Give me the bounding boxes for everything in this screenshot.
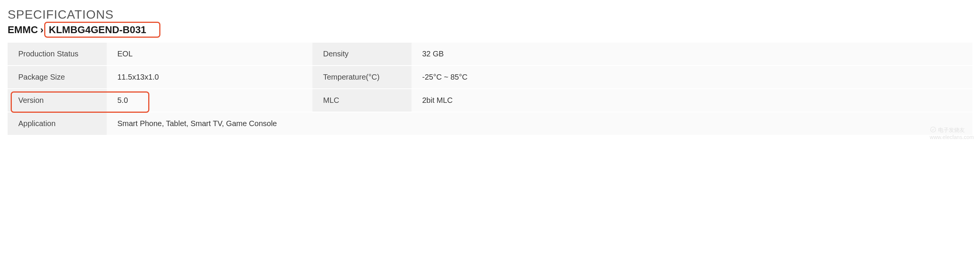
watermark-text: 电子发烧友 bbox=[938, 127, 965, 134]
spec-label-density: Density bbox=[312, 43, 412, 66]
table-row: Production Status EOL Density 32 GB bbox=[8, 43, 972, 66]
spec-value-application: Smart Phone, Tablet, Smart TV, Game Cons… bbox=[107, 112, 972, 135]
watermark-icon bbox=[930, 126, 937, 134]
table-row: Version 5.0 MLC 2bit MLC bbox=[8, 89, 972, 112]
spec-label-mlc: MLC bbox=[312, 89, 412, 112]
spec-value-package-size: 11.5x13x1.0 bbox=[107, 66, 312, 89]
breadcrumb-current: KLMBG4GEND-B031 bbox=[46, 23, 149, 37]
spec-value-version: 5.0 bbox=[107, 89, 312, 112]
specifications-table: Production Status EOL Density 32 GB Pack… bbox=[8, 43, 972, 136]
spec-label-version: Version bbox=[8, 89, 107, 112]
spec-value-mlc: 2bit MLC bbox=[412, 89, 972, 112]
table-row: Package Size 11.5x13x1.0 Temperature(°C)… bbox=[8, 66, 972, 89]
table-row: Application Smart Phone, Tablet, Smart T… bbox=[8, 112, 972, 135]
breadcrumb-parent[interactable]: EMMC bbox=[8, 24, 38, 36]
breadcrumb: EMMC › KLMBG4GEND-B031 bbox=[8, 23, 972, 37]
spec-value-density: 32 GB bbox=[412, 43, 972, 66]
spec-value-temperature: -25°C ~ 85°C bbox=[412, 66, 972, 89]
spec-label-application: Application bbox=[8, 112, 107, 135]
watermark-url: www.elecfans.com bbox=[930, 134, 974, 140]
specifications-title: SPECIFICATIONS bbox=[8, 8, 972, 22]
spec-label-package-size: Package Size bbox=[8, 66, 107, 89]
spec-label-production-status: Production Status bbox=[8, 43, 107, 66]
watermark: 电子发烧友 www.elecfans.com bbox=[930, 126, 974, 140]
svg-point-0 bbox=[930, 127, 936, 132]
spec-label-temperature: Temperature(°C) bbox=[312, 66, 412, 89]
spec-value-production-status: EOL bbox=[107, 43, 312, 66]
breadcrumb-separator-icon: › bbox=[40, 24, 43, 36]
